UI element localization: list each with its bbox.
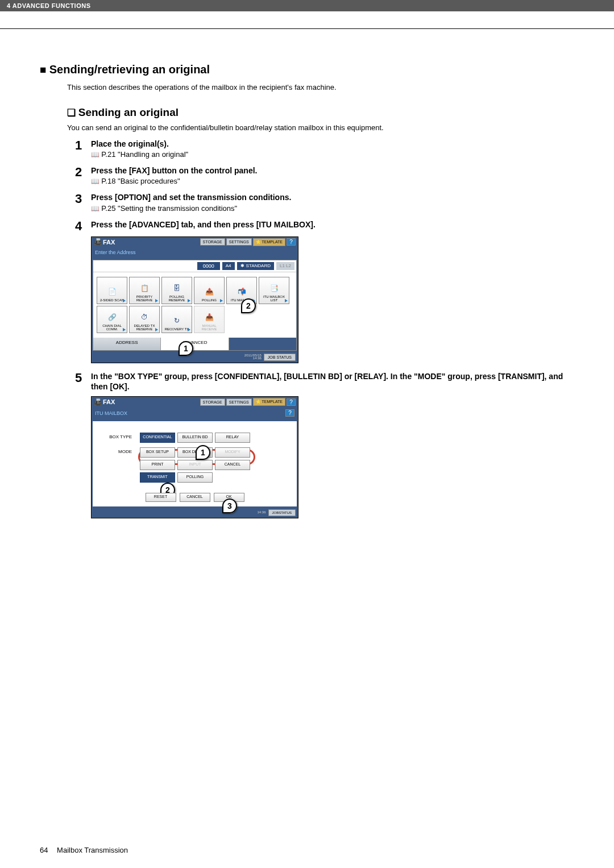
cancel-button[interactable]: CANCEL — [180, 493, 210, 502]
tab-advanced[interactable]: ADVANCED — [161, 338, 229, 350]
itu-mailbox-screenshot: 📠 FAX STORAGE SETTINGS ⭐ TEMPLATE ? ITU … — [91, 396, 298, 518]
polling-reserve-icon: 🗄 — [171, 283, 183, 294]
step-title: Press [OPTION] and set the transmission … — [91, 192, 574, 202]
recovery-icon: ↻ — [171, 315, 183, 326]
itu-subtitle: ITU MAILBOX — [95, 410, 127, 416]
itu-mailbox-icon: 📬 — [235, 286, 248, 297]
priority-reserve-button[interactable]: 📋PRIORITY RESERVE — [129, 277, 160, 304]
help-button[interactable]: ? — [285, 409, 294, 417]
input-button: INPUT — [177, 460, 213, 470]
template-button[interactable]: ⭐ TEMPLATE — [253, 238, 285, 246]
fax-title: FAX — [103, 239, 199, 246]
relay-button[interactable]: RELAY — [215, 433, 250, 443]
reset-button[interactable]: RESET — [146, 493, 176, 502]
manual-receive-button: 📥MANUAL RECEIVE — [194, 306, 225, 333]
datetime: 14:36 — [258, 511, 266, 514]
box-type-label: BOX TYPE — [97, 433, 140, 439]
fax-title: FAX — [103, 398, 199, 405]
step-number: 1 — [75, 139, 91, 152]
section-intro: This section describes the operations of… — [67, 83, 574, 92]
box-setup-button[interactable]: BOX SETUP — [140, 447, 175, 458]
subsection-heading: Sending an original — [67, 106, 574, 119]
bulletin-bd-button[interactable]: BULLETIN BD — [177, 433, 213, 443]
help-button[interactable]: ? — [287, 398, 296, 406]
recovery-tx-button[interactable]: ↻RECOVERY TX — [161, 306, 192, 333]
annotation-3: 3 — [222, 499, 237, 513]
cancel-mode-button[interactable]: CANCEL — [215, 460, 250, 470]
step-title: Press the [FAX] button on the control pa… — [91, 165, 574, 176]
print-button[interactable]: PRINT — [140, 460, 175, 470]
step-title: Press the [ADVANCED] tab, and then press… — [91, 219, 574, 230]
two-sided-scan-button[interactable]: 📄2-SIDED SCAN — [97, 277, 127, 304]
polling-mode-button[interactable]: POLLING — [177, 472, 213, 483]
page-number: 64 — [40, 846, 48, 854]
template-button[interactable]: ⭐ TEMPLATE — [253, 398, 285, 406]
mode-label: MODE — [97, 447, 140, 454]
step-title: Place the original(s). — [91, 139, 574, 149]
step-ref: P.25 "Setting the transmission condition… — [91, 204, 574, 213]
storage-button[interactable]: STORAGE — [200, 398, 225, 406]
datetime: 2011/05/1514:36 — [244, 354, 262, 360]
counter: 0000 — [197, 262, 220, 270]
annotation-2: 2 — [241, 298, 256, 313]
chapter-header: 4 ADVANCED FUNCTIONS — [0, 0, 614, 11]
priority-icon: 📋 — [138, 283, 151, 294]
transmit-button[interactable]: TRANSMIT — [140, 472, 175, 483]
fax-subtitle: Enter the Address — [92, 247, 298, 259]
two-sided-icon: 📄 — [106, 286, 118, 297]
job-status-button[interactable]: JOBSTATUS — [268, 509, 296, 516]
settings-button[interactable]: SETTINGS — [226, 398, 252, 406]
modify-button: MODIFY — [215, 447, 250, 458]
fax-advanced-screenshot: 📠 FAX STORAGE SETTINGS ⭐ TEMPLATE ? Ente… — [91, 236, 298, 363]
annotation-1: 1 — [196, 445, 210, 460]
page-footer: 64 Mailbox Transmission — [40, 846, 128, 854]
annotation-1: 1 — [179, 341, 193, 356]
settings-button[interactable]: SETTINGS — [226, 238, 252, 246]
help-button[interactable]: ? — [287, 238, 296, 246]
step-ref: P.21 "Handling an original" — [91, 150, 574, 159]
step-ref: P.18 "Basic procedures" — [91, 177, 574, 185]
subsection-intro: You can send an original to the confiden… — [67, 123, 574, 132]
step-number: 2 — [75, 165, 91, 179]
section-heading: Sending/retrieving an original — [40, 63, 574, 76]
confidential-button[interactable]: CONFIDENTIAL — [140, 433, 175, 443]
storage-button[interactable]: STORAGE — [200, 238, 225, 246]
tab-address[interactable]: ADDRESS — [93, 338, 161, 350]
step-number: 5 — [75, 371, 91, 385]
chain-dial-button[interactable]: 🔗CHAIN DIAL COMM. — [97, 306, 127, 333]
step-number: 4 — [75, 219, 91, 233]
delayed-icon: ⏱ — [138, 312, 151, 323]
chain-dial-icon: 🔗 — [106, 312, 118, 323]
polling-icon: 📤 — [203, 286, 215, 297]
step-number: 3 — [75, 192, 91, 206]
step-title: In the "BOX TYPE" group, press [CONFIDEN… — [91, 371, 574, 392]
itu-list-icon: 📑 — [268, 283, 280, 294]
polling-button[interactable]: 📤POLLING — [194, 277, 225, 304]
polling-reserve-button[interactable]: 🗄POLLING RESERVE — [161, 277, 192, 304]
delayed-tx-button[interactable]: ⏱DELAYED TX RESERVE — [129, 306, 160, 333]
manual-receive-icon: 📥 — [203, 312, 215, 323]
paper-size: A4 — [222, 262, 235, 270]
footer-title: Mailbox Transmission — [57, 846, 128, 854]
itu-mailbox-list-button[interactable]: 📑ITU MAILBOX LIST — [259, 277, 289, 304]
standard-button[interactable]: ✱ STANDARD — [237, 262, 274, 270]
job-status-button[interactable]: JOB STATUS — [264, 354, 296, 361]
itu-subtitle-row: ITU MAILBOX ? — [92, 407, 298, 420]
fax-app-icon: 📠 — [94, 398, 102, 406]
line-indicator: L1 L2 — [276, 262, 294, 270]
fax-app-icon: 📠 — [94, 238, 102, 246]
